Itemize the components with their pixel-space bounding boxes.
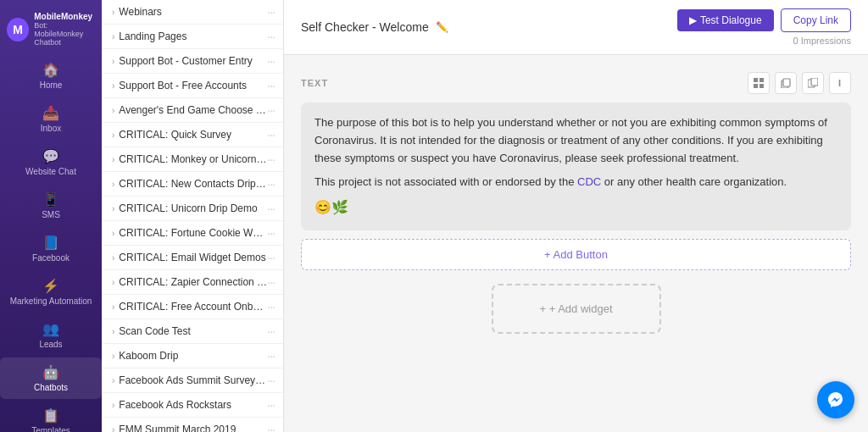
copy-link-button[interactable]: Copy Link (781, 8, 851, 32)
list-item[interactable]: ›Facebook Ads Summit Surveys + Drip ··· (102, 368, 283, 393)
facebook-icon: 📘 (42, 235, 59, 251)
svg-rect-2 (754, 84, 758, 88)
home-icon: 🏠 (42, 62, 59, 78)
nav-dots-icon[interactable]: ··· (267, 251, 275, 264)
list-item[interactable]: ›FMM Summit March 2019 ··· (102, 418, 283, 432)
svg-rect-3 (760, 84, 764, 88)
impressions-count: 0 Impressions (793, 36, 851, 46)
sidebar-logo: M MobileMonkey Bot: MobileMonkey Chatbot (0, 7, 102, 52)
chatbots-icon: 🤖 (42, 364, 59, 380)
list-item[interactable]: ›Facebook Ads Rockstars ··· (102, 393, 283, 418)
list-item[interactable]: ›Support Bot - Free Accounts ··· (102, 74, 283, 98)
sidebar-item-inbox[interactable]: 📥 Inbox (0, 98, 102, 140)
nav-dots-icon[interactable]: ··· (267, 423, 275, 432)
edit-icon[interactable]: ✏️ (436, 21, 448, 33)
chat-icon: 💬 (42, 148, 59, 164)
header-title: Self Checker - Welcome ✏️ (301, 20, 448, 34)
leads-icon: 👥 (42, 321, 59, 337)
nav-dots-icon[interactable]: ··· (267, 324, 275, 338)
nav-dots-icon[interactable]: ··· (267, 398, 275, 412)
list-item[interactable]: ›CRITICAL: Unicorn Drip Demo ··· (102, 197, 283, 221)
marketing-icon: ⚡ (42, 278, 59, 294)
nav-dots-icon[interactable]: ··· (267, 103, 275, 117)
nav-dots-icon[interactable]: ··· (267, 30, 275, 43)
nav-dots-icon[interactable]: ··· (267, 374, 275, 387)
nav-list: ›Webinars ··· ›Landing Pages ··· ›Suppor… (102, 0, 283, 432)
nav-dots-icon[interactable]: ··· (267, 5, 275, 19)
sidebar-item-sms[interactable]: 📱 SMS (0, 185, 102, 226)
nav-panel: ›Webinars ··· ›Landing Pages ··· ›Suppor… (102, 0, 284, 432)
list-item[interactable]: ›Webinars ··· (102, 0, 283, 25)
svg-rect-0 (754, 78, 758, 82)
test-dialogue-button[interactable]: ▶ Test Dialogue (677, 9, 774, 31)
inbox-icon: 📥 (42, 105, 59, 121)
list-item[interactable]: ›CRITICAL: New Contacts Drip Campaign ··… (102, 172, 283, 197)
sidebar-item-leads[interactable]: 👥 Leads (0, 314, 102, 356)
main-content: TEXT (284, 55, 868, 432)
play-icon: ▶ (689, 14, 697, 26)
list-item[interactable]: ›Support Bot - Customer Entry ··· (102, 49, 283, 74)
nav-dots-icon[interactable]: ··· (267, 300, 275, 313)
nav-dots-icon[interactable]: ··· (267, 226, 275, 240)
message-bubble: The purpose of this bot is to help you u… (301, 102, 851, 230)
message-paragraph2: This project is not associated with or e… (314, 174, 837, 191)
main-panel: Self Checker - Welcome ✏️ ▶ Test Dialogu… (284, 0, 868, 432)
text-section-label: TEXT (301, 72, 851, 94)
list-item[interactable]: ›CRITICAL: Fortune Cookie Week ··· (102, 221, 283, 246)
sidebar-brand: MobileMonkey Bot: MobileMonkey Chatbot (34, 12, 95, 47)
nav-dots-icon[interactable]: ··· (267, 177, 275, 191)
sidebar-item-marketing[interactable]: ⚡ Marketing Automation (0, 271, 102, 313)
nav-dots-icon[interactable]: ··· (267, 202, 275, 215)
main-header: Self Checker - Welcome ✏️ ▶ Test Dialogu… (284, 0, 868, 55)
header-actions: ▶ Test Dialogue Copy Link (677, 8, 851, 32)
templates-icon: 📋 (42, 407, 59, 424)
logo-icon: M (7, 18, 29, 42)
list-item[interactable]: ›CRITICAL: Monkey or Unicorn Game ··· (102, 147, 283, 172)
text-icon[interactable]: I (829, 72, 851, 94)
nav-dots-icon[interactable]: ··· (267, 152, 275, 166)
nav-dots-icon[interactable]: ··· (267, 79, 275, 92)
text-toolbar: I (748, 72, 851, 94)
sms-icon: 📱 (42, 191, 59, 208)
list-item[interactable]: ›Scan Code Test ··· (102, 319, 283, 344)
svg-rect-7 (811, 78, 818, 86)
add-button-area[interactable]: + Add Button (301, 239, 851, 270)
sidebar-item-templates[interactable]: 📋 Templates (0, 401, 102, 432)
plus-icon: + (539, 302, 546, 315)
sidebar-item-website-chat[interactable]: 💬 Website Chat (0, 141, 102, 183)
messenger-fab[interactable] (817, 381, 854, 418)
grid-icon[interactable] (748, 72, 770, 94)
sidebar-item-home[interactable]: 🏠 Home (0, 55, 102, 97)
nav-dots-icon[interactable]: ··· (267, 275, 275, 289)
add-widget-area[interactable]: + + Add widget (492, 284, 661, 334)
sidebar-item-facebook[interactable]: 📘 Facebook (0, 228, 102, 269)
sidebar: M MobileMonkey Bot: MobileMonkey Chatbot… (0, 0, 102, 432)
emoji-row: 😊🌿 (314, 197, 837, 219)
list-item[interactable]: ›CRITICAL: Email Widget Demos ··· (102, 246, 283, 270)
nav-dots-icon[interactable]: ··· (267, 349, 275, 363)
message-paragraph1: The purpose of this bot is to help you u… (314, 114, 837, 167)
sidebar-item-chatbots[interactable]: 🤖 Chatbots (0, 357, 102, 399)
nav-dots-icon[interactable]: ··· (267, 54, 275, 68)
list-item[interactable]: ›CRITICAL: Quick Survey ··· (102, 123, 283, 147)
copy-icon[interactable] (775, 72, 797, 94)
list-item[interactable]: ›Landing Pages ··· (102, 25, 283, 49)
list-item[interactable]: ›CRITICAL: Free Account Onboarding Drip … (102, 295, 283, 319)
list-item[interactable]: ›Kaboom Drip ··· (102, 344, 283, 368)
list-item[interactable]: ›CRITICAL: Zapier Connection Demos ··· (102, 270, 283, 295)
svg-rect-1 (760, 78, 764, 82)
svg-rect-5 (783, 79, 790, 86)
nav-dots-icon[interactable]: ··· (267, 128, 275, 141)
duplicate-icon[interactable] (802, 72, 824, 94)
sidebar-nav: 🏠 Home 📥 Inbox 💬 Website Chat 📱 SMS 📘 Fa… (0, 55, 102, 432)
list-item[interactable]: ›Avenger's End Game Choose Your Adventur… (102, 98, 283, 123)
cdc-link[interactable]: CDC (577, 175, 601, 188)
